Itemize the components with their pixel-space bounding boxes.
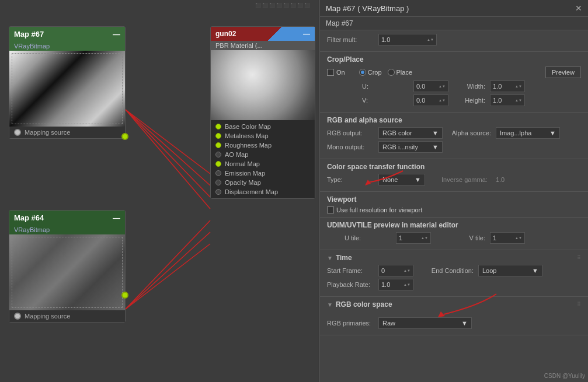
- node-map67-header: Map #67 —: [9, 27, 125, 41]
- mono-output-dropdown[interactable]: RGB i...nsity ▼: [378, 141, 443, 153]
- colorspace-type-dropdown[interactable]: None ▼: [378, 174, 425, 185]
- u-tile-spinners[interactable]: ▲▼: [421, 236, 428, 240]
- u-tile-label: U tile:: [345, 234, 391, 241]
- time-start-end-row: Start Frame: 0 ▲▼ End Condition: Loop ▼: [327, 265, 581, 276]
- svg-line-1: [126, 110, 210, 185]
- node-map64-subtitle: VRayBitmap: [9, 225, 125, 234]
- pbr-collapse[interactable]: —: [303, 30, 310, 38]
- svg-line-5: [126, 110, 210, 209]
- mono-output-label: Mono output:: [327, 143, 374, 150]
- u-label: U:: [362, 83, 409, 90]
- pbr-slot-dot-metalness: [215, 133, 221, 139]
- panel-tab[interactable]: Map #67: [320, 17, 588, 30]
- svg-line-2: [126, 110, 210, 197]
- pbr-slot-opacity[interactable]: Opacity Map: [211, 178, 315, 187]
- rgb-colorspace-header[interactable]: ▼ RGB color space ⠿: [327, 300, 581, 309]
- time-header[interactable]: ▼ Time ⠿: [327, 254, 581, 262]
- svg-line-6: [126, 244, 210, 309]
- pbr-subtitle: PBR Material (...: [211, 41, 315, 50]
- panel-close-button[interactable]: ✕: [575, 3, 582, 13]
- width-input[interactable]: 1.0 ▲▼: [490, 80, 525, 92]
- width-label: Width:: [453, 83, 485, 90]
- node-map64-collapse[interactable]: —: [113, 213, 120, 222]
- type-dropdown-arrow: ▼: [415, 176, 421, 183]
- viewport-checkbox-row[interactable]: Use full resolution for viewport: [327, 206, 581, 213]
- place-label: Place: [396, 69, 413, 76]
- pbr-slot-ao[interactable]: AO Map: [211, 150, 315, 159]
- crop-place-header: Crop/Place: [327, 55, 581, 64]
- u-tile-input[interactable]: 1 ▲▼: [396, 232, 431, 244]
- colorspace-type-label: Type:: [327, 176, 374, 183]
- width-spinners[interactable]: ▲▼: [515, 85, 522, 88]
- panel-title-bar: Map #67 ( VRayBitmap ) ✕: [320, 0, 588, 17]
- dropdown-arrow: ▼: [432, 129, 439, 136]
- pbr-slot-normal[interactable]: Normal Map: [211, 159, 315, 169]
- node-map67-connector[interactable]: [14, 129, 21, 136]
- rgb-colorspace-label: RGB color space: [336, 300, 392, 309]
- height-label: Height:: [453, 97, 485, 104]
- node-map64-connector[interactable]: [14, 313, 21, 320]
- node-map67-footer: Mapping source: [9, 127, 125, 138]
- viewport-header: Viewport: [327, 195, 581, 204]
- crop-on-check[interactable]: [327, 69, 334, 76]
- alpha-source-label: Alpha source:: [447, 129, 491, 136]
- grid-dots: ⬛⬛⬛⬛⬛⬛⬛⬛: [255, 3, 311, 8]
- filter-mult-row: Filter mult: 1.0 ▲▼: [327, 34, 581, 45]
- colorspace-section: Color space transfer function Type: None…: [320, 159, 588, 192]
- node-editor: ⬛⬛⬛⬛⬛⬛⬛⬛ Map #67 — VRayBitmap: [0, 0, 318, 382]
- playback-rate-input[interactable]: 1.0 ▲▼: [378, 279, 413, 290]
- v-tile-input[interactable]: 1 ▲▼: [490, 232, 525, 244]
- alpha-source-dropdown[interactable]: Imag...lpha ▼: [496, 127, 560, 139]
- node-map67[interactable]: Map #67 — VRayBitmap Mapping source: [9, 26, 126, 139]
- pbr-thumbnail: [211, 50, 315, 120]
- pbr-slot-roughness[interactable]: Roughness Map: [211, 141, 315, 150]
- start-frame-input[interactable]: 0 ▲▼: [378, 265, 413, 276]
- svg-line-3: [126, 220, 210, 309]
- rgb-alpha-section: RGB and alpha source RGB output: RGB col…: [320, 113, 588, 159]
- udim-header: UDIM/UVTILE preview in material editor: [327, 221, 581, 229]
- pbr-slot-metalness[interactable]: Metalness Map: [211, 131, 315, 141]
- crop-on-checkbox[interactable]: On: [327, 69, 345, 76]
- filter-mult-input[interactable]: 1.0 ▲▼: [378, 34, 437, 45]
- filter-mult-spinners[interactable]: ▲▼: [427, 38, 434, 41]
- node-map67-output[interactable]: [121, 133, 128, 140]
- time-section: ▼ Time ⠿ Start Frame: 0 ▲▼ End Condition…: [320, 250, 588, 297]
- node-map64[interactable]: Map #64 — VRayBitmap Mapping source: [9, 210, 126, 323]
- node-map64-header: Map #64 —: [9, 211, 125, 225]
- start-frame-spinners[interactable]: ▲▼: [403, 269, 410, 272]
- crop-radio-btn[interactable]: [359, 69, 366, 76]
- pbr-material-node[interactable]: gun02 — PBR Material (... Base Color Map…: [210, 26, 315, 199]
- v-input[interactable]: 0.0 ▲▼: [413, 94, 448, 106]
- rgb-primaries-dropdown[interactable]: Raw ▼: [378, 317, 472, 329]
- right-panel: Map #67 ( VRayBitmap ) ✕ Map #67 Filter …: [319, 0, 588, 382]
- height-spinners[interactable]: ▲▼: [515, 99, 522, 102]
- end-condition-label: End Condition:: [427, 267, 474, 274]
- crop-on-label: On: [336, 69, 345, 76]
- preview-button[interactable]: Preview: [545, 66, 581, 78]
- v-tile-spinners[interactable]: ▲▼: [515, 236, 522, 240]
- crop-radio[interactable]: Crop: [359, 69, 382, 76]
- viewport-checkbox[interactable]: [327, 206, 334, 213]
- pbr-slot-emission[interactable]: Emission Map: [211, 169, 315, 178]
- pbr-slot-base-color[interactable]: Base Color Map: [211, 122, 315, 131]
- pbr-slot-displacement[interactable]: Displacement Map: [211, 187, 315, 197]
- rgb-output-dropdown[interactable]: RGB color ▼: [378, 127, 443, 139]
- node-map64-output[interactable]: [121, 292, 128, 299]
- pbr-slot-dot-ao: [215, 152, 221, 157]
- end-condition-dropdown[interactable]: Loop ▼: [478, 265, 542, 276]
- playback-rate-spinners[interactable]: ▲▼: [403, 283, 410, 286]
- v-spinners[interactable]: ▲▼: [439, 99, 446, 102]
- playback-rate-row: Playback Rate: 1.0 ▲▼: [327, 279, 581, 290]
- crop-on-row: On Crop Place Preview: [327, 66, 581, 78]
- u-width-row: U: 0.0 ▲▼ Width: 1.0 ▲▼: [327, 80, 581, 92]
- node-map67-collapse[interactable]: —: [113, 30, 120, 38]
- place-radio[interactable]: Place: [388, 69, 413, 76]
- inverse-gamma-value: 1.0: [496, 176, 505, 183]
- time-collapse-arrow: ▼: [327, 255, 333, 261]
- pbr-slot-dot-normal: [215, 161, 221, 167]
- height-input[interactable]: 1.0 ▲▼: [490, 94, 525, 106]
- place-radio-btn[interactable]: [388, 69, 395, 76]
- u-spinners[interactable]: ▲▼: [439, 85, 446, 88]
- u-input[interactable]: 0.0 ▲▼: [413, 80, 448, 92]
- pbr-slot-dot-opacity: [215, 180, 221, 185]
